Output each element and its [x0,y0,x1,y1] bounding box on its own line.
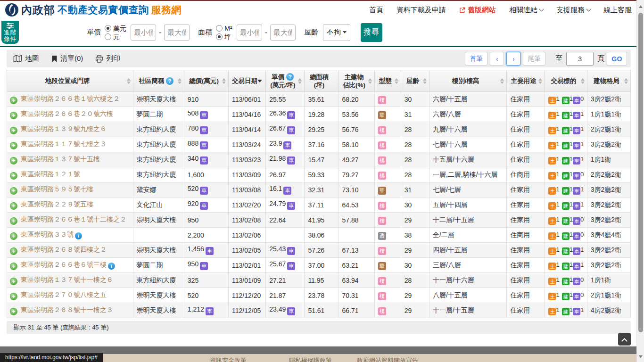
expand-row-icon[interactable]: + [10,97,17,104]
expand-row-icon[interactable]: + [10,127,17,134]
expand-row-icon[interactable]: + [10,172,17,180]
unit-price-cell: 16.1車 [266,182,305,197]
address-link[interactable]: 東區崇明路１１７號七樓之３ [21,140,107,148]
area-min-input[interactable] [237,25,262,41]
area-radio-坪[interactable]: 坪 [216,33,232,41]
nav-item-4[interactable]: 支援服務 [556,6,590,15]
sort-desc-icon[interactable] [257,80,262,82]
expand-row-icon[interactable]: + [10,157,17,165]
address-link[interactable]: 東區崇明路１３９號九樓之６ [21,125,107,132]
sort-icon[interactable] [178,78,182,84]
car-count: 0 [580,276,584,283]
column-header-12[interactable]: 建物格局 [587,70,630,92]
scrollbar-thumb[interactable] [638,13,643,332]
scroll-down-arrow[interactable] [639,355,643,358]
address-link[interactable]: 東區崇明路２６８號四樓之２ [21,246,107,253]
sort-icon[interactable] [624,78,628,84]
column-header-11[interactable]: 交易標的 [545,70,587,92]
area-max-input[interactable] [270,25,296,41]
info-icon[interactable]: i [108,263,115,270]
age-select[interactable]: 不拘 [323,24,350,41]
expand-row-icon[interactable]: + [10,187,17,195]
expand-row-icon[interactable]: + [10,202,17,210]
column-header-10[interactable]: 主要用途 [507,70,545,92]
sort-icon[interactable] [127,78,131,84]
print-button[interactable]: 列印 [95,54,120,63]
back-to-top-button[interactable] [618,333,631,346]
address-link[interactable]: 東區崇明路２２９號五樓 [21,200,93,208]
search-button[interactable]: 搜尋 [361,23,382,42]
nav-item-1[interactable]: 資料下載及申請 [396,6,446,15]
column-header-1[interactable]: 社區簡稱? [133,70,184,92]
sort-icon[interactable] [298,78,302,84]
address-link[interactable]: 東區崇明路１３７號十一樓之６ [21,276,113,283]
sort-icon[interactable] [222,78,226,84]
unit-price-radio-元[interactable]: 元 [105,33,126,41]
column-header-4[interactable]: 單價?(萬元/坪) [266,70,305,92]
unit-price-radio-萬元[interactable]: 萬元 [105,25,126,32]
first-page-button[interactable]: 首筆 [465,52,487,66]
help-icon[interactable]: ? [286,73,294,81]
sort-icon[interactable] [423,78,427,84]
footer-link-0[interactable]: 資訊安全政策 [210,356,247,362]
saved-list-button[interactable]: 清單(0) [51,54,83,63]
site-logo[interactable]: 內政部 不動產交易實價查詢 服務網 [5,3,182,17]
area-radio-M²[interactable]: M² [216,25,232,32]
column-label: 社區簡稱 [139,77,164,85]
map-view-button[interactable]: 地圖 [13,54,39,63]
prev-page-button[interactable]: ‹ [490,52,504,66]
column-header-8[interactable]: 屋齡 [401,70,429,92]
expand-row-icon[interactable]: + [10,263,17,270]
next-page-button[interactable]: › [506,52,520,66]
go-button[interactable]: GO [607,52,627,66]
sort-icon[interactable] [368,78,372,84]
column-header-0[interactable]: 地段位置或門牌 [7,70,133,92]
sort-icon[interactable] [538,78,542,84]
expand-row-icon[interactable]: + [10,308,17,315]
sort-icon[interactable] [500,78,504,84]
address-cell: +東區崇明路２２９號五樓 [7,197,133,213]
column-header-2[interactable]: 總價(萬元) [184,70,228,92]
footer-link-2[interactable]: 政府網站資料開放宣告 [357,356,418,362]
column-header-6[interactable]: 主建物佔比(%) [339,70,374,92]
address-link[interactable]: 東區崇明路２６８號十一樓之３ [21,306,113,313]
column-header-9[interactable]: 樓別/樓高 [429,70,506,92]
info-icon[interactable]: i [75,232,82,239]
unit-price-max-input[interactable] [164,25,190,41]
address-link[interactable]: 東區崇明路１２１號 [21,170,80,178]
page-number-input[interactable] [566,52,594,66]
transaction-targets-cell: 土1建1車1 [545,197,587,213]
vertical-scrollbar[interactable] [636,0,644,362]
sort-icon[interactable] [395,78,398,84]
car-count: 1 [580,201,584,208]
scroll-up-arrow[interactable] [639,5,643,8]
nav-item-2[interactable]: 舊版網站 [459,6,496,15]
sort-icon[interactable] [581,78,585,84]
expand-row-icon[interactable]: + [10,112,17,119]
column-header-3[interactable]: 交易日期 [229,70,266,92]
expand-row-icon[interactable]: + [10,232,17,240]
address-link[interactable]: 東區崇明路５９５號七樓 [21,185,93,193]
expand-row-icon[interactable]: + [10,293,17,300]
nav-item-5[interactable]: 線上客服 [603,6,632,15]
address-link[interactable]: 東區崇明路１３７號十五樓 [21,155,100,163]
nav-item-0[interactable]: 首頁 [369,6,383,15]
expand-row-icon[interactable]: + [10,278,17,285]
address-link[interactable]: 東區崇明路２６６巷６號三樓 [21,261,107,268]
usage-cell: 住家用 [507,303,545,318]
expand-row-icon[interactable]: + [10,217,17,225]
column-header-7[interactable]: 型態 [374,70,401,92]
last-page-button[interactable]: 尾筆 [523,52,545,66]
nav-item-3[interactable]: 相關連結 [509,6,543,15]
address-link[interactable]: 東區崇明路２６６巷１號十二樓之２ [21,215,126,223]
address-link[interactable]: 東區崇明路２６６巷１號六樓之２ [21,95,120,102]
address-link[interactable]: 東區崇明路３３號 [21,230,74,238]
unit-price-min-input[interactable] [131,25,156,41]
expand-row-icon[interactable]: + [10,142,17,149]
address-link[interactable]: 東區崇明路２７０號八樓之五 [21,291,107,298]
advanced-filter-button[interactable]: 進階條件 [1,21,19,44]
expand-row-icon[interactable]: + [10,247,17,255]
help-icon[interactable]: ? [166,77,173,85]
footer-link-1[interactable]: 隱私權保護政策 [289,356,332,362]
address-link[interactable]: 東區崇明路２６６巷２０號六樓 [21,110,113,117]
